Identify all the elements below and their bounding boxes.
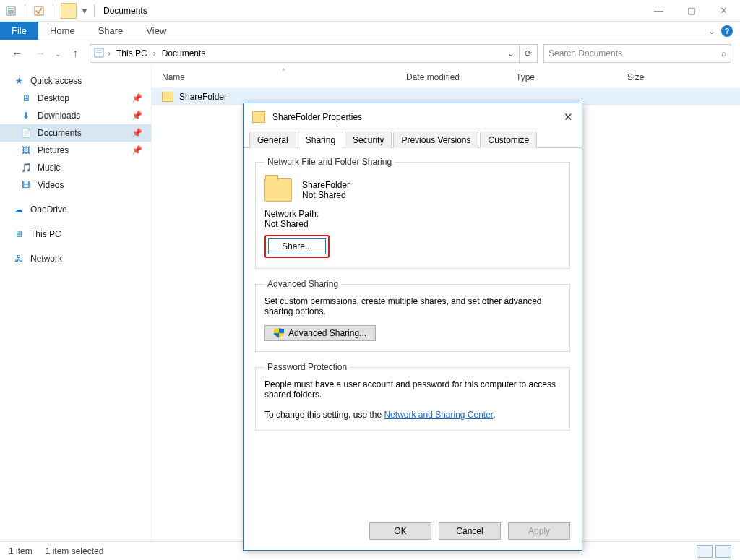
share-button[interactable]: Share...: [268, 238, 326, 254]
folder-icon: [162, 92, 173, 102]
breadcrumb-chevron[interactable]: ›: [153, 48, 156, 59]
group-legend: Network File and Folder Sharing: [264, 157, 395, 167]
sidebar-item-videos[interactable]: 🎞Videos: [0, 176, 151, 194]
search-icon[interactable]: ⌕: [721, 48, 726, 59]
desktop-icon: 🖥: [20, 92, 32, 104]
close-button[interactable]: ✕: [707, 0, 740, 21]
advanced-sharing-group: Advanced Sharing Set custom permissions,…: [255, 279, 570, 352]
maximize-button[interactable]: ▢: [675, 0, 707, 21]
pictures-icon: 🖼: [20, 145, 32, 156]
network-path-label: Network Path:: [264, 209, 561, 219]
column-headers[interactable]: Name ˄ Date modified Type Size: [152, 66, 740, 88]
sidebar-item-downloads[interactable]: ⬇Downloads📌: [0, 107, 151, 124]
sidebar-label: Quick access: [30, 76, 82, 86]
sidebar-item-music[interactable]: 🎵Music: [0, 159, 151, 176]
thispc-icon: 🖥: [13, 228, 25, 240]
column-date[interactable]: Date modified: [396, 72, 506, 82]
tab-security[interactable]: Security: [345, 132, 392, 148]
documents-icon: 📄: [20, 127, 32, 139]
share-button-highlight: Share...: [264, 235, 330, 258]
search-input[interactable]: Search Documents ⌕: [543, 44, 731, 63]
properties-dialog: ShareFolder Properties ✕ General Sharing…: [243, 103, 582, 551]
sidebar-item-label: Desktop: [38, 93, 69, 103]
column-type[interactable]: Type: [506, 72, 617, 82]
window-titlebar: ▾ Documents — ▢ ✕: [0, 0, 740, 22]
tab-customize[interactable]: Customize: [480, 132, 537, 148]
tab-previous-versions[interactable]: Previous Versions: [393, 132, 478, 148]
qat-separator: [53, 4, 53, 17]
music-icon: 🎵: [20, 162, 32, 173]
advanced-sharing-button[interactable]: Advanced Sharing...: [264, 325, 376, 341]
dialog-tabs: General Sharing Security Previous Versio…: [244, 131, 582, 148]
sidebar-label: This PC: [30, 229, 61, 239]
address-bar[interactable]: › This PC › Documents ⌄: [90, 44, 520, 63]
window-controls: — ▢ ✕: [642, 0, 740, 21]
breadcrumb-chevron[interactable]: ›: [108, 48, 111, 59]
sidebar-network[interactable]: 🖧Network: [0, 250, 151, 267]
minimize-button[interactable]: —: [642, 0, 675, 21]
cancel-button[interactable]: Cancel: [439, 522, 501, 540]
group-legend: Advanced Sharing: [264, 279, 341, 289]
sidebar-item-pictures[interactable]: 🖼Pictures📌: [0, 142, 151, 159]
qat-separator: [25, 4, 25, 17]
breadcrumb-thispc[interactable]: This PC: [113, 48, 150, 59]
sidebar-onedrive[interactable]: ☁OneDrive: [0, 201, 151, 218]
view-large-button[interactable]: [715, 545, 731, 558]
qat-dropdown-icon[interactable]: ▾: [82, 6, 87, 16]
dialog-close-button[interactable]: ✕: [564, 111, 573, 124]
apply-button[interactable]: Apply: [508, 522, 570, 540]
recent-locations-icon[interactable]: ⌄: [55, 50, 61, 58]
forward-button[interactable]: →: [32, 45, 49, 62]
tab-home[interactable]: Home: [38, 22, 87, 40]
pin-icon: 📌: [132, 128, 142, 138]
tab-view[interactable]: View: [134, 22, 178, 40]
shield-icon: [274, 328, 284, 338]
folder-qat-icon[interactable]: [61, 3, 77, 19]
tab-share[interactable]: Share: [87, 22, 135, 40]
file-name: ShareFolder: [179, 92, 227, 102]
folder-icon: [264, 178, 292, 202]
status-item-count: 1 item: [9, 546, 33, 556]
tab-general[interactable]: General: [249, 132, 296, 148]
ribbon-collapse-icon[interactable]: ⌄: [708, 26, 715, 36]
sidebar-item-desktop[interactable]: 🖥Desktop📌: [0, 90, 151, 107]
dialog-button-row: OK Cancel Apply: [244, 515, 582, 550]
search-placeholder: Search Documents: [548, 48, 622, 59]
network-sharing-center-link[interactable]: Network and Sharing Center: [384, 410, 493, 420]
advanced-sharing-button-label: Advanced Sharing...: [288, 328, 366, 338]
status-selected-count: 1 item selected: [46, 546, 104, 556]
sidebar-item-documents[interactable]: 📄Documents📌: [0, 124, 151, 142]
password-change-line: To change this setting, use the Network …: [264, 410, 561, 420]
up-button[interactable]: ↑: [66, 45, 84, 62]
group-legend: Password Protection: [264, 362, 350, 372]
password-desc: People must have a user account and pass…: [264, 379, 561, 400]
network-icon: 🖧: [13, 253, 25, 264]
properties-qat-icon[interactable]: [4, 4, 17, 17]
pin-icon: 📌: [132, 93, 142, 103]
share-folder-name: ShareFolder: [302, 180, 350, 190]
quick-access-toolbar: ▾: [0, 3, 98, 19]
tab-sharing[interactable]: Sharing: [298, 132, 343, 148]
checkbox-qat-icon[interactable]: [33, 4, 46, 17]
ok-button[interactable]: OK: [369, 522, 431, 540]
sidebar-thispc[interactable]: 🖥This PC: [0, 225, 151, 243]
window-title: Documents: [103, 6, 147, 16]
address-dropdown-icon[interactable]: ⌄: [507, 48, 516, 59]
star-icon: ★: [13, 75, 25, 87]
column-size[interactable]: Size: [617, 72, 740, 82]
location-icon: [93, 47, 105, 61]
view-details-button[interactable]: [697, 545, 713, 558]
file-tab[interactable]: File: [0, 22, 38, 40]
breadcrumb-documents[interactable]: Documents: [159, 48, 209, 59]
back-button[interactable]: ←: [9, 45, 26, 62]
dialog-title: ShareFolder Properties: [272, 112, 362, 122]
sidebar-quick-access[interactable]: ★ Quick access: [0, 72, 151, 90]
sidebar-item-label: Documents: [38, 128, 82, 138]
pin-icon: 📌: [132, 145, 142, 155]
sort-indicator-icon: ˄: [282, 68, 285, 76]
onedrive-icon: ☁: [13, 204, 25, 215]
downloads-icon: ⬇: [20, 110, 32, 121]
column-name[interactable]: Name ˄: [152, 72, 396, 82]
refresh-button[interactable]: ⟳: [519, 44, 538, 63]
help-icon[interactable]: ?: [721, 25, 733, 37]
